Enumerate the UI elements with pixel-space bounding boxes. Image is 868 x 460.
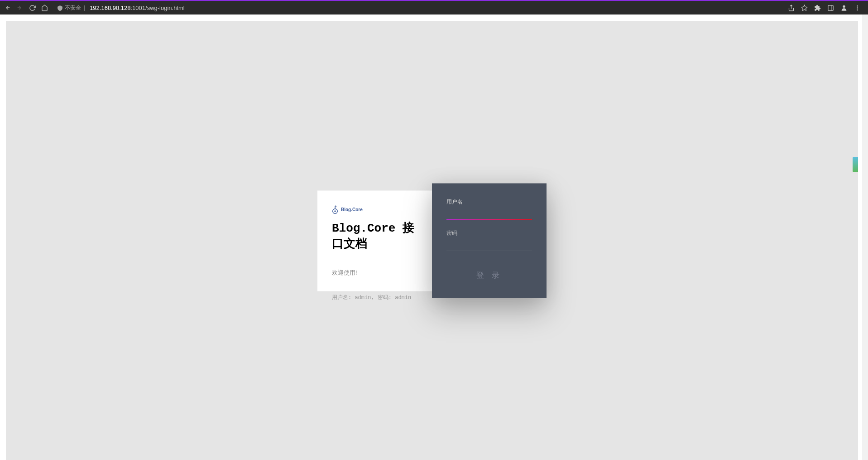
login-form: 用户名 密码 登 录	[432, 183, 547, 298]
password-input-wrap	[446, 239, 532, 251]
page-title: Blog.Core 接口文档	[332, 220, 422, 252]
brand: Blog.Core	[332, 205, 422, 214]
browser-toolbar: 不安全 | 192.168.98.128:1001/swg-login.html	[0, 0, 868, 15]
extensions-icon[interactable]	[814, 5, 821, 11]
share-icon[interactable]	[788, 5, 795, 11]
svg-point-6	[843, 5, 845, 8]
svg-marker-3	[801, 5, 807, 10]
login-button[interactable]: 登 录	[446, 270, 532, 280]
security-indicator[interactable]: 不安全 |	[57, 4, 86, 12]
svg-point-9	[857, 9, 858, 10]
reload-icon[interactable]	[29, 5, 36, 11]
credentials-hint: 用户名: admin, 密码: admin	[332, 293, 411, 301]
security-label-text: 不安全	[65, 4, 81, 12]
password-label: 密码	[446, 229, 532, 237]
home-icon[interactable]	[41, 5, 48, 11]
menu-dots-icon[interactable]	[854, 5, 861, 11]
svg-rect-4	[828, 5, 833, 10]
forward-icon[interactable]	[16, 4, 24, 11]
username-label: 用户名	[446, 198, 532, 205]
info-card: Blog.Core Blog.Core 接口文档 欢迎使用! 用户名: admi…	[317, 190, 432, 291]
url-path: :1001/swg-login.html	[131, 5, 185, 11]
nav-buttons	[4, 4, 48, 11]
login-wrapper: Blog.Core Blog.Core 接口文档 欢迎使用! 用户名: admi…	[317, 183, 547, 298]
brand-name: Blog.Core	[341, 207, 363, 212]
scrollbar[interactable]	[862, 15, 868, 460]
page-background: Blog.Core Blog.Core 接口文档 欢迎使用! 用户名: admi…	[6, 21, 858, 460]
chrome-right-icons	[788, 4, 864, 11]
viewport: Blog.Core Blog.Core 接口文档 欢迎使用! 用户名: admi…	[0, 15, 868, 460]
svg-point-11	[334, 210, 336, 212]
side-tab[interactable]	[853, 157, 858, 172]
username-input-wrap	[446, 208, 532, 220]
panels-icon[interactable]	[827, 5, 834, 11]
bookmark-star-icon[interactable]	[801, 5, 808, 11]
profile-icon[interactable]	[840, 4, 848, 11]
username-input[interactable]	[446, 208, 532, 220]
password-input[interactable]	[446, 239, 532, 251]
brand-logo-icon	[332, 205, 338, 214]
back-icon[interactable]	[4, 4, 11, 11]
url-display: 192.168.98.128:1001/swg-login.html	[90, 5, 185, 11]
welcome-text: 欢迎使用!	[332, 268, 422, 276]
svg-point-8	[857, 7, 858, 9]
address-bar[interactable]: 不安全 | 192.168.98.128:1001/swg-login.html	[57, 4, 185, 12]
svg-point-7	[857, 5, 858, 6]
url-host: 192.168.98.128	[90, 5, 130, 11]
